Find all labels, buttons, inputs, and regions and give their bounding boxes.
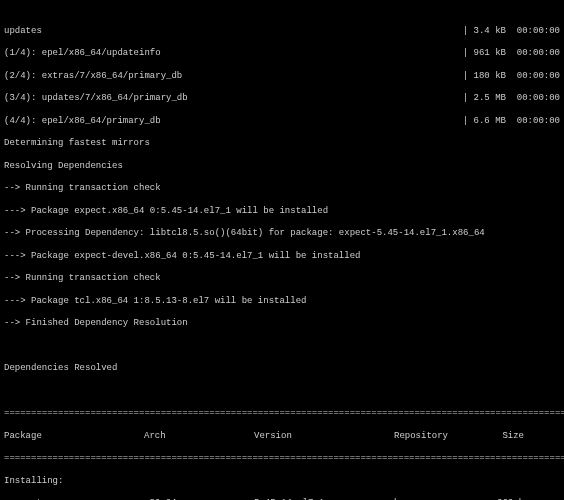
output-line: updates| 3.4 kB 00:00:00 <box>4 26 560 37</box>
output-line: (2/4): extras/7/x86_64/primary_db| 180 k… <box>4 71 560 82</box>
output-line: ---> Package tcl.x86_64 1:8.5.13-8.el7 w… <box>4 296 560 307</box>
output-line: --> Finished Dependency Resolution <box>4 318 560 329</box>
terminal-output: updates| 3.4 kB 00:00:00 (1/4): epel/x86… <box>0 0 564 500</box>
text: updates <box>4 26 42 37</box>
output-line: --> Running transaction check <box>4 273 560 284</box>
output-line: --> Processing Dependency: libtcl8.5.so(… <box>4 228 560 239</box>
output-line: (4/4): epel/x86_64/primary_db| 6.6 MB 00… <box>4 116 560 127</box>
output-line: Determining fastest mirrors <box>4 138 560 149</box>
output-line: ---> Package expect-devel.x86_64 0:5.45-… <box>4 251 560 262</box>
size-time: | 3.4 kB 00:00:00 <box>463 26 560 37</box>
output-line: --> Running transaction check <box>4 183 560 194</box>
output-line: Resolving Dependencies <box>4 161 560 172</box>
output-line: Dependencies Resolved <box>4 363 560 374</box>
separator: ========================================… <box>4 408 560 419</box>
table-header: PackageArchVersionRepositorySize <box>4 431 560 442</box>
section-label: Installing: <box>4 476 560 487</box>
output-line: (1/4): epel/x86_64/updateinfo| 961 kB 00… <box>4 48 560 59</box>
separator: ========================================… <box>4 453 560 464</box>
output-line: ---> Package expect.x86_64 0:5.45-14.el7… <box>4 206 560 217</box>
output-line: (3/4): updates/7/x86_64/primary_db| 2.5 … <box>4 93 560 104</box>
